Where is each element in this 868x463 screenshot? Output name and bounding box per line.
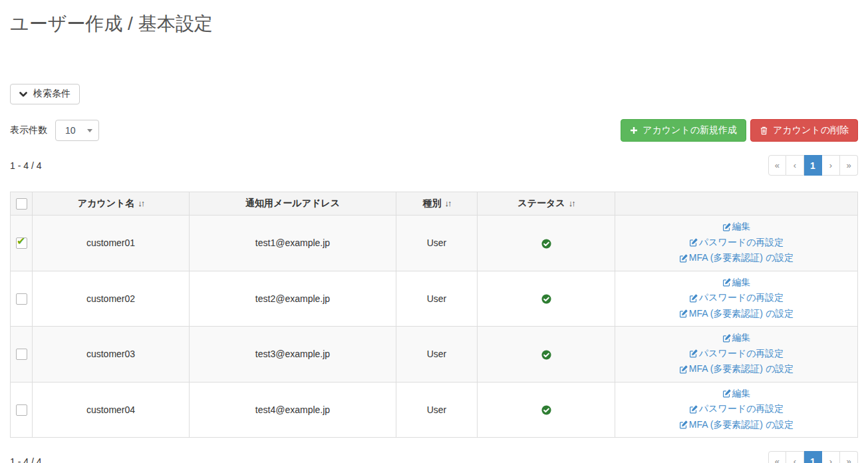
row-checkbox-cell xyxy=(11,327,33,383)
row-checkbox[interactable] xyxy=(16,349,27,360)
edit-pencil-square-icon xyxy=(722,223,731,232)
pagination-prev-button[interactable]: ‹ xyxy=(786,155,804,176)
row-checkbox[interactable]: ✔ xyxy=(16,237,27,249)
result-range-text: 1 - 4 / 4 xyxy=(10,456,41,463)
page-size-label: 表示件数 xyxy=(10,124,47,136)
search-row: 検索条件 xyxy=(10,84,858,104)
actions-cell: 編集 パスワードの再設定 MFA (多要素認証) の設定 xyxy=(615,327,858,383)
delete-account-button[interactable]: アカウントの削除 xyxy=(750,119,858,142)
account-name: customer04 xyxy=(86,404,135,415)
header-type[interactable]: 種別↓↑ xyxy=(396,192,478,216)
edit-pencil-square-icon xyxy=(689,405,698,414)
password-reset-link[interactable]: パスワードの再設定 xyxy=(689,347,784,361)
row-checkbox[interactable] xyxy=(16,293,27,305)
edit-pencil-square-icon xyxy=(689,238,698,247)
select-all-checkbox[interactable] xyxy=(16,198,27,210)
create-account-button[interactable]: アカウントの新規作成 xyxy=(621,119,746,142)
create-account-label: アカウントの新規作成 xyxy=(643,124,737,137)
trash-icon xyxy=(760,126,768,135)
pagination-last-button[interactable]: » xyxy=(840,155,858,176)
pagination-first-button[interactable]: « xyxy=(768,451,786,463)
edit-label: 編集 xyxy=(732,275,751,289)
header-status[interactable]: ステータス↓↑ xyxy=(478,192,615,216)
page-container: ユーザー作成 / 基本設定 検索条件 表示件数 10 アカウントの新規作成 xyxy=(0,13,868,463)
header-status-label: ステータス xyxy=(517,198,565,208)
delete-account-label: アカウントの削除 xyxy=(773,124,849,137)
header-email-label: 通知用メールアドレス xyxy=(245,198,340,208)
password-reset-link[interactable]: パスワードの再設定 xyxy=(689,402,784,416)
type-cell: User xyxy=(396,216,478,271)
status-active-check-icon xyxy=(541,405,551,415)
edit-link[interactable]: 編集 xyxy=(722,331,751,345)
top-range-row: 1 - 4 / 4 « ‹ 1 › » xyxy=(10,155,858,176)
password-reset-label: パスワードの再設定 xyxy=(699,347,784,361)
search-conditions-toggle-button[interactable]: 検索条件 xyxy=(10,84,80,104)
edit-link[interactable]: 編集 xyxy=(722,220,751,233)
check-icon: ✔ xyxy=(17,236,25,247)
mfa-setting-link[interactable]: MFA (多要素認証) の設定 xyxy=(679,307,794,321)
pagination-prev-button[interactable]: ‹ xyxy=(786,451,804,463)
accounts-table: アカウント名↓↑ 通知用メールアドレス 種別↓↑ ステータス↓↑ ✔ custo… xyxy=(10,192,858,438)
mfa-setting-link[interactable]: MFA (多要素認証) の設定 xyxy=(679,251,794,265)
row-checkbox[interactable] xyxy=(16,404,27,416)
account-name-cell: customer01 xyxy=(33,216,190,271)
account-name-cell: customer02 xyxy=(33,271,190,327)
actions-cell: 編集 パスワードの再設定 MFA (多要素認証) の設定 xyxy=(615,382,858,438)
password-reset-link[interactable]: パスワードの再設定 xyxy=(689,235,784,249)
edit-pencil-square-icon xyxy=(679,420,688,429)
page-size-select[interactable]: 10 xyxy=(55,120,99,141)
row-checkbox-cell xyxy=(11,271,33,327)
pagination-page-1-button[interactable]: 1 xyxy=(804,451,822,463)
table-row: customer03 test3@example.jp User 編集 パスワー… xyxy=(11,327,858,383)
edit-label: 編集 xyxy=(732,386,751,400)
header-checkbox-cell xyxy=(11,192,33,216)
header-email: 通知用メールアドレス xyxy=(190,192,396,216)
account-type: User xyxy=(427,404,447,415)
email-cell: test3@example.jp xyxy=(190,327,396,383)
account-name: customer01 xyxy=(86,237,135,248)
header-actions xyxy=(615,192,858,216)
row-checkbox-cell xyxy=(11,382,33,438)
plus-icon xyxy=(630,126,638,134)
pagination-last-button[interactable]: » xyxy=(840,451,858,463)
type-cell: User xyxy=(396,271,478,327)
password-reset-label: パスワードの再設定 xyxy=(699,235,784,249)
pagination-bottom: « ‹ 1 › » xyxy=(768,451,858,463)
sort-icon[interactable]: ↓↑ xyxy=(569,198,575,208)
table-header-row: アカウント名↓↑ 通知用メールアドレス 種別↓↑ ステータス↓↑ xyxy=(11,192,858,216)
header-type-label: 種別 xyxy=(423,198,442,208)
sort-icon[interactable]: ↓↑ xyxy=(138,198,144,208)
password-reset-link[interactable]: パスワードの再設定 xyxy=(689,291,784,305)
type-cell: User xyxy=(396,382,478,438)
account-type: User xyxy=(427,293,447,304)
controls-row: 表示件数 10 アカウントの新規作成 アカウントの削除 xyxy=(10,119,858,142)
page-size-value: 10 xyxy=(65,125,76,136)
pagination-next-button[interactable]: › xyxy=(822,451,840,463)
edit-pencil-square-icon xyxy=(689,294,698,303)
account-type: User xyxy=(427,237,447,248)
header-account-name[interactable]: アカウント名↓↑ xyxy=(33,192,190,216)
email-cell: test4@example.jp xyxy=(190,382,396,438)
header-account-label: アカウント名 xyxy=(78,198,135,208)
edit-pencil-square-icon xyxy=(722,334,731,343)
status-active-check-icon xyxy=(541,239,551,249)
status-cell xyxy=(478,271,615,327)
pagination-page-1-button[interactable]: 1 xyxy=(804,155,822,176)
edit-link[interactable]: 編集 xyxy=(722,386,751,400)
edit-link[interactable]: 編集 xyxy=(722,275,751,289)
mfa-setting-link[interactable]: MFA (多要素認証) の設定 xyxy=(679,362,794,376)
account-name: customer03 xyxy=(86,349,135,359)
action-buttons: アカウントの新規作成 アカウントの削除 xyxy=(621,119,858,142)
search-conditions-label: 検索条件 xyxy=(33,88,71,100)
sort-icon[interactable]: ↓↑ xyxy=(445,198,451,208)
bottom-range-row: 1 - 4 / 4 « ‹ 1 › » xyxy=(10,451,858,463)
account-name-cell: customer04 xyxy=(33,382,190,438)
pagination-first-button[interactable]: « xyxy=(768,155,786,176)
mfa-setting-link[interactable]: MFA (多要素認証) の設定 xyxy=(679,418,794,432)
account-name: customer02 xyxy=(86,293,135,304)
pagination-next-button[interactable]: › xyxy=(822,155,840,176)
password-reset-label: パスワードの再設定 xyxy=(699,402,784,416)
email-cell: test1@example.jp xyxy=(190,216,396,271)
edit-pencil-square-icon xyxy=(722,389,731,398)
select-caret-icon xyxy=(87,129,92,132)
